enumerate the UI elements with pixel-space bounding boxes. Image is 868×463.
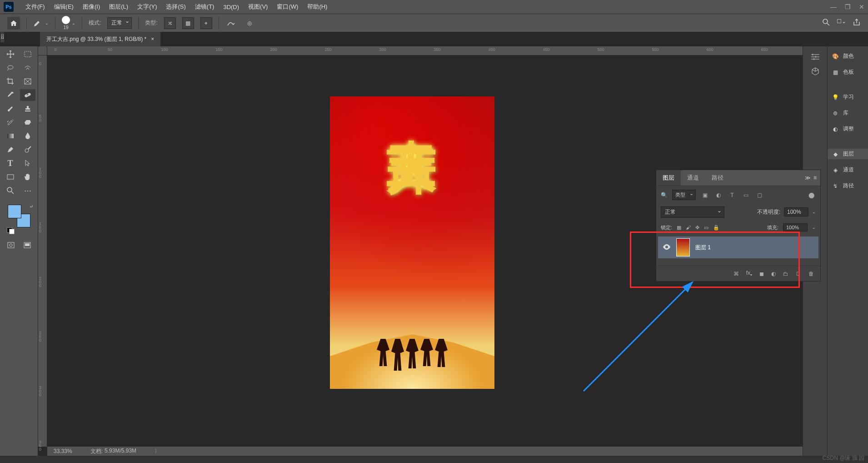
window-minimize-icon[interactable]: —	[830, 3, 837, 10]
type-tool-icon[interactable]: T	[3, 157, 18, 169]
new-layer-icon[interactable]: 🗋	[796, 271, 801, 277]
group-icon[interactable]: 🗀	[783, 271, 788, 277]
3d-panel-icon[interactable]	[811, 67, 820, 77]
target-icon[interactable]: ⌖	[200, 17, 212, 29]
brush-tool-icon[interactable]	[3, 103, 18, 115]
panel-swatches[interactable]: ▦色板	[828, 67, 868, 77]
swap-swatch-icon[interactable]: ⤾	[30, 204, 33, 209]
document-image[interactable]: 开工大吉	[330, 96, 494, 389]
menu-view[interactable]: 视图(V)	[244, 3, 272, 11]
filter-pixel-icon[interactable]: ▣	[700, 192, 709, 198]
workspace-icon[interactable]: ☐⌄	[837, 18, 846, 28]
panel-libraries[interactable]: ⊚库	[828, 108, 868, 118]
quickmask-icon[interactable]	[6, 240, 16, 250]
tab-channels[interactable]: 通道	[681, 170, 705, 186]
menu-window[interactable]: 窗口(W)	[272, 3, 303, 11]
lock-all-icon[interactable]: 🔒	[713, 225, 719, 231]
delete-icon[interactable]: 🗑	[808, 271, 814, 277]
lasso-tool-icon[interactable]	[3, 62, 18, 74]
target2-icon[interactable]: ◎	[244, 17, 255, 29]
shape-tool-icon[interactable]	[3, 171, 18, 183]
ruler-vertical[interactable]: 0501001502002503003504004505005506006507…	[38, 55, 47, 447]
properties-icon[interactable]	[810, 53, 820, 62]
grid-icon[interactable]: ▦	[182, 17, 194, 29]
window-restore-icon[interactable]: ❐	[845, 3, 851, 10]
path-select-icon[interactable]	[20, 157, 35, 169]
link-icon[interactable]: ⌘	[733, 271, 739, 277]
opacity-value[interactable]: 100%	[784, 207, 808, 216]
dodge-tool-icon[interactable]	[20, 144, 35, 156]
fg-swatch[interactable]	[8, 205, 21, 218]
lock-transparency-icon[interactable]: ▩	[677, 225, 681, 231]
document-tab[interactable]: 开工大吉.png @ 33.3% (图层 1, RGB/8) * ×	[40, 32, 161, 46]
close-tab-icon[interactable]: ×	[151, 36, 154, 42]
panel-learn[interactable]: 💡学习	[828, 92, 868, 102]
move-tool-icon[interactable]	[3, 48, 18, 60]
hand-tool-icon[interactable]	[20, 171, 35, 183]
stamp-tool-icon[interactable]	[20, 103, 35, 115]
quick-select-tool-icon[interactable]	[20, 62, 35, 74]
frame-tool-icon[interactable]	[20, 75, 35, 87]
layer-row[interactable]: 图层 1	[658, 237, 818, 258]
zoom-value[interactable]: 33.33%	[54, 448, 72, 454]
tab-grab-icon[interactable]: ⠿	[0, 32, 5, 43]
mask-icon[interactable]: ◼	[759, 271, 764, 277]
blend-mode-select[interactable]: 正常	[661, 206, 724, 218]
collapse-icon[interactable]: ≫	[805, 175, 811, 181]
menu-select[interactable]: 选择(S)	[161, 3, 190, 11]
panel-layers[interactable]: ◆图层	[828, 149, 868, 159]
brush-tool-indicator[interactable]: ⌄	[33, 18, 49, 28]
menu-image[interactable]: 图像(I)	[78, 3, 105, 11]
color-swatches[interactable]: ⤾	[8, 205, 30, 227]
menu-file[interactable]: 文件(F)	[21, 3, 50, 11]
layer-name[interactable]: 图层 1	[695, 244, 711, 252]
gradient-tool-icon[interactable]	[3, 130, 18, 142]
more-tools-icon[interactable]: ⋯	[20, 185, 35, 196]
menu-layer[interactable]: 图层(L)	[105, 3, 133, 11]
history-brush-icon[interactable]	[3, 116, 18, 128]
eraser-tool-icon[interactable]	[20, 116, 35, 128]
panel-color[interactable]: 🎨颜色	[828, 51, 868, 61]
panel-paths[interactable]: ↯路径	[828, 181, 868, 191]
menu-help[interactable]: 帮助(H)	[303, 3, 332, 11]
filter-toggle-icon[interactable]: ⬤	[807, 192, 816, 198]
filter-kind-select[interactable]: 类型	[672, 190, 696, 200]
adjustment-icon[interactable]: ◐	[771, 271, 776, 277]
filter-adjust-icon[interactable]: ◐	[714, 192, 723, 198]
window-close-icon[interactable]: ✕	[859, 3, 864, 10]
eyedropper-tool-icon[interactable]	[3, 89, 18, 101]
pressure-size-icon[interactable]	[225, 17, 237, 29]
blur-tool-icon[interactable]	[20, 130, 35, 142]
menu-icon[interactable]: ≡	[813, 175, 817, 181]
filter-search-icon[interactable]: 🔍	[661, 192, 668, 198]
filter-type-icon[interactable]: T	[728, 192, 737, 198]
crop-tool-icon[interactable]	[3, 75, 18, 87]
lock-pixels-icon[interactable]: 🖌	[686, 225, 691, 230]
lock-position-icon[interactable]: ✥	[695, 225, 699, 231]
healing-tool-icon[interactable]	[20, 89, 35, 101]
tab-paths[interactable]: 路径	[705, 170, 730, 186]
panel-adjustments[interactable]: ◐调整	[828, 124, 868, 134]
home-icon[interactable]	[7, 17, 20, 30]
fill-value[interactable]: 100%	[783, 223, 808, 232]
lock-artboard-icon[interactable]: ▭	[704, 225, 708, 231]
pen-tool-icon[interactable]	[3, 144, 18, 156]
tab-layers[interactable]: 图层	[656, 170, 681, 186]
menu-type[interactable]: 文字(Y)	[133, 3, 161, 11]
menu-3d[interactable]: 3D(D)	[219, 4, 244, 10]
screenmode-icon[interactable]	[22, 240, 32, 250]
filter-smart-icon[interactable]: ▢	[755, 192, 764, 198]
default-swatch-icon[interactable]	[7, 227, 15, 233]
fx-icon[interactable]: fx▾	[746, 270, 752, 277]
doc-info-expand-icon[interactable]: 〉	[155, 448, 160, 455]
panel-channels[interactable]: ◈通道	[828, 165, 868, 175]
marquee-tool-icon[interactable]	[20, 48, 35, 60]
zoom-tool-icon[interactable]	[3, 185, 18, 196]
shuffle-icon[interactable]: ⤮	[164, 17, 176, 29]
mode-select[interactable]: 正常	[107, 17, 132, 29]
menu-edit[interactable]: 编辑(E)	[50, 3, 78, 11]
menu-filter[interactable]: 滤镜(T)	[190, 3, 219, 11]
ruler-horizontal[interactable]: 0501001502002503003504004505005506006507…	[47, 46, 803, 55]
layer-thumbnail[interactable]	[676, 238, 690, 257]
filter-shape-icon[interactable]: ▭	[741, 192, 750, 198]
